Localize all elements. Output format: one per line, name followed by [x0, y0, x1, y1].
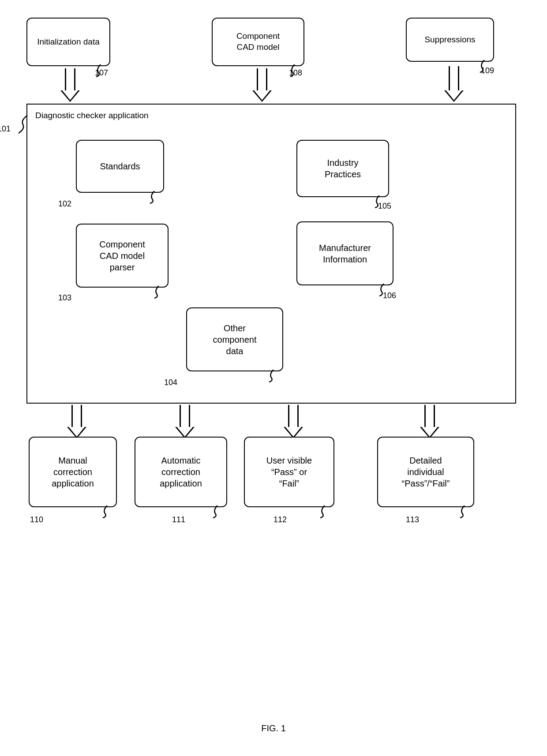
- manufacturer-info-label: ManufacturerInformation: [319, 242, 371, 265]
- arrow-user-down: [284, 405, 303, 438]
- label-105: 105: [378, 202, 391, 211]
- label-108: 108: [289, 68, 302, 78]
- tail-svg-manual: [94, 505, 112, 519]
- diagnostic-checker-label: Diagnostic checker application: [35, 111, 149, 120]
- suppressions-box: Suppressions: [406, 18, 494, 62]
- standards-box: Standards: [76, 140, 164, 193]
- label-103: 103: [58, 293, 71, 303]
- tail-svg-other: [260, 370, 278, 383]
- detailed-individual-box: Detailedindividual“Pass”/“Fail”: [377, 437, 474, 507]
- user-visible-box: User visible“Pass” or“Fail”: [244, 437, 334, 507]
- manual-correction-label: Manualcorrectionapplication: [52, 455, 94, 489]
- suppressions-label: Suppressions: [424, 34, 475, 45]
- standards-label: Standards: [100, 161, 140, 172]
- diagram: Initialization data 107 ComponentCAD mod…: [0, 0, 547, 756]
- detailed-individual-label: Detailedindividual“Pass”/“Fail”: [402, 455, 450, 489]
- label-112: 112: [274, 515, 287, 524]
- initialization-data-label: Initialization data: [37, 37, 100, 48]
- automatic-correction-label: Automaticcorrectionapplication: [160, 455, 202, 489]
- label-113: 113: [406, 515, 419, 524]
- tail-svg-standards: [141, 191, 159, 204]
- label-101: 101: [0, 124, 11, 134]
- automatic-correction-box: Automaticcorrectionapplication: [135, 437, 227, 507]
- arrow-auto-down: [175, 405, 195, 438]
- label-106: 106: [383, 291, 396, 300]
- tail-svg-parser: [146, 286, 163, 299]
- arrow-detailed-down: [420, 405, 439, 438]
- label-111: 111: [172, 515, 185, 524]
- arrow-supp-down: [444, 66, 464, 102]
- manual-correction-box: Manualcorrectionapplication: [29, 437, 117, 507]
- tail-svg-detailed: [451, 505, 469, 519]
- cad-parser-label: ComponentCAD modelparser: [99, 239, 145, 273]
- label-104: 104: [164, 378, 177, 387]
- label-102: 102: [58, 199, 71, 209]
- manufacturer-info-box: ManufacturerInformation: [296, 221, 393, 285]
- component-cad-model-box: ComponentCAD model: [212, 18, 304, 66]
- label-107: 107: [95, 68, 108, 78]
- fig-caption: FIG. 1: [0, 723, 547, 730]
- other-component-box: Othercomponentdata: [186, 307, 283, 371]
- user-visible-label: User visible“Pass” or“Fail”: [266, 455, 312, 489]
- tail-svg-automatic: [204, 505, 222, 519]
- industry-practices-label: IndustryPractices: [325, 157, 361, 180]
- tail-svg-uservis: [311, 505, 329, 519]
- initialization-data-box: Initialization data: [26, 18, 110, 66]
- label-110: 110: [30, 515, 43, 524]
- component-cad-model-label: ComponentCAD model: [236, 31, 280, 52]
- diagnostic-checker-box: Diagnostic checker application 101 Stand…: [26, 104, 516, 404]
- arrow-cad-down: [252, 68, 272, 102]
- label-109: 109: [481, 66, 494, 75]
- arrow-init-down: [60, 68, 80, 102]
- industry-practices-box: IndustryPractices: [296, 140, 389, 197]
- other-component-label: Othercomponentdata: [213, 322, 257, 357]
- arrow-manual-down: [67, 405, 86, 438]
- cad-parser-box: ComponentCAD modelparser: [76, 224, 169, 288]
